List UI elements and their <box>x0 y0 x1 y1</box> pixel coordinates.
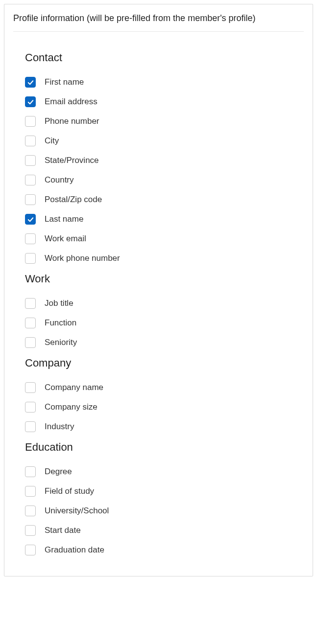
label-function: Function <box>45 318 76 328</box>
field-work-email: Work email <box>25 233 292 244</box>
checkbox-postal[interactable] <box>25 194 36 205</box>
label-email: Email address <box>45 97 98 107</box>
label-country: Country <box>45 175 74 185</box>
label-degree: Degree <box>45 467 72 477</box>
label-company-name: Company name <box>45 383 103 392</box>
field-postal: Postal/Zip code <box>25 194 292 205</box>
field-seniority: Seniority <box>25 337 292 348</box>
panel-header: Profile information (will be pre-filled … <box>4 4 313 40</box>
field-company-name: Company name <box>25 382 292 393</box>
checkbox-company-size[interactable] <box>25 402 36 413</box>
label-industry: Industry <box>45 422 74 432</box>
label-state: State/Province <box>45 156 99 165</box>
field-country: Country <box>25 175 292 185</box>
checkbox-work-email[interactable] <box>25 233 36 244</box>
label-work-email: Work email <box>45 234 86 244</box>
checkbox-last-name[interactable] <box>25 214 36 225</box>
checkbox-graduation-date[interactable] <box>25 545 36 555</box>
panel-title: Profile information (will be pre-filled … <box>13 13 304 32</box>
checkbox-phone[interactable] <box>25 116 36 127</box>
checkbox-seniority[interactable] <box>25 337 36 348</box>
checkbox-job-title[interactable] <box>25 298 36 309</box>
section-education-title: Education <box>25 441 292 454</box>
label-seniority: Seniority <box>45 338 77 347</box>
section-contact: Contact First name Email address Phone n… <box>25 51 292 264</box>
section-education: Education Degree Field of study Universi… <box>25 441 292 555</box>
field-industry: Industry <box>25 421 292 432</box>
field-email: Email address <box>25 96 292 107</box>
checkbox-state[interactable] <box>25 155 36 166</box>
label-last-name: Last name <box>45 214 83 224</box>
section-contact-title: Contact <box>25 51 292 64</box>
checkbox-work-phone[interactable] <box>25 253 36 264</box>
field-field-of-study: Field of study <box>25 486 292 497</box>
field-first-name: First name <box>25 77 292 88</box>
field-state: State/Province <box>25 155 292 166</box>
field-work-phone: Work phone number <box>25 253 292 264</box>
field-city: City <box>25 136 292 146</box>
checkbox-university[interactable] <box>25 506 36 516</box>
field-job-title: Job title <box>25 298 292 309</box>
checkbox-company-name[interactable] <box>25 382 36 393</box>
checkbox-city[interactable] <box>25 136 36 146</box>
field-last-name: Last name <box>25 214 292 225</box>
label-job-title: Job title <box>45 299 73 308</box>
field-phone: Phone number <box>25 116 292 127</box>
checkbox-field-of-study[interactable] <box>25 486 36 497</box>
checkbox-industry[interactable] <box>25 421 36 432</box>
section-company-title: Company <box>25 357 292 369</box>
field-degree: Degree <box>25 466 292 477</box>
checkbox-degree[interactable] <box>25 466 36 477</box>
label-start-date: Start date <box>45 526 81 535</box>
field-graduation-date: Graduation date <box>25 545 292 555</box>
label-university: University/School <box>45 506 109 516</box>
label-phone: Phone number <box>45 116 99 126</box>
section-company: Company Company name Company size Indust… <box>25 357 292 432</box>
label-graduation-date: Graduation date <box>45 545 104 555</box>
label-city: City <box>45 136 59 146</box>
label-field-of-study: Field of study <box>45 486 94 496</box>
check-icon <box>27 216 34 223</box>
field-function: Function <box>25 318 292 328</box>
field-company-size: Company size <box>25 402 292 413</box>
check-icon <box>27 98 34 106</box>
checkbox-function[interactable] <box>25 318 36 328</box>
profile-info-panel: Profile information (will be pre-filled … <box>4 4 313 576</box>
checkbox-start-date[interactable] <box>25 525 36 536</box>
checkbox-country[interactable] <box>25 175 36 185</box>
label-first-name: First name <box>45 77 84 87</box>
check-icon <box>27 79 34 86</box>
section-work-title: Work <box>25 273 292 285</box>
label-postal: Postal/Zip code <box>45 195 102 205</box>
panel-body: Contact First name Email address Phone n… <box>4 40 313 576</box>
checkbox-email[interactable] <box>25 96 36 107</box>
field-university: University/School <box>25 506 292 516</box>
section-work: Work Job title Function Seniority <box>25 273 292 348</box>
field-start-date: Start date <box>25 525 292 536</box>
label-company-size: Company size <box>45 402 98 412</box>
checkbox-first-name[interactable] <box>25 77 36 88</box>
label-work-phone: Work phone number <box>45 253 120 263</box>
